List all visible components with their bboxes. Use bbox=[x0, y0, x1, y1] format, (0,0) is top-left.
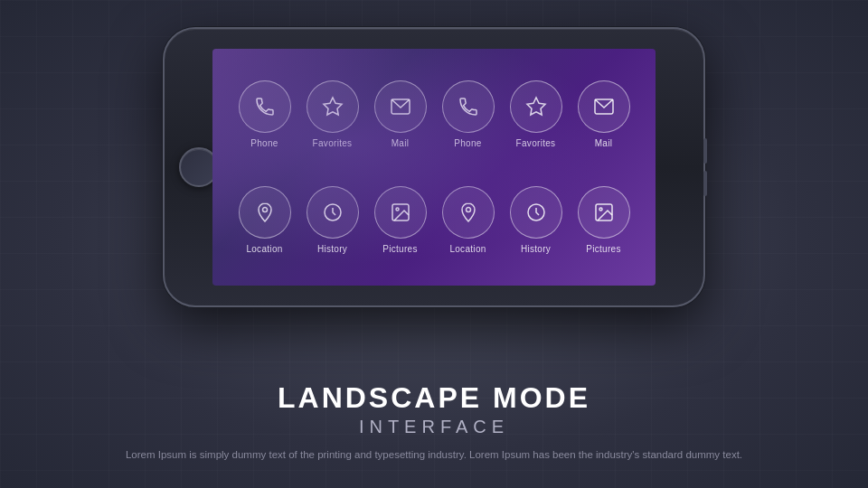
pictures-icon-1 bbox=[390, 202, 411, 223]
phone-body: Phone Favorites bbox=[163, 27, 705, 307]
side-btn-2 bbox=[703, 171, 707, 196]
app-label-history-2: History bbox=[521, 244, 551, 254]
svg-marker-2 bbox=[527, 98, 545, 115]
svg-point-8 bbox=[466, 208, 470, 212]
svg-point-11 bbox=[599, 208, 602, 211]
phone-mockup: Phone Favorites bbox=[163, 27, 705, 307]
description-text: Lorem Ipsum is simply dummy text of the … bbox=[118, 446, 750, 463]
app-phone-1[interactable]: Phone bbox=[239, 80, 291, 148]
sub-title: INTERFACE bbox=[54, 417, 814, 437]
app-pictures-2[interactable]: Pictures bbox=[578, 186, 630, 254]
icon-row-1: Phone Favorites bbox=[231, 80, 637, 148]
mail-icon-2 bbox=[593, 96, 615, 117]
app-location-1[interactable]: Location bbox=[239, 186, 291, 254]
phone-icon-2 bbox=[458, 96, 479, 117]
icon-circle-location-1 bbox=[239, 186, 291, 239]
side-buttons bbox=[703, 138, 707, 196]
app-label-location-1: Location bbox=[246, 244, 282, 254]
main-title: LANDSCAPE MODE bbox=[54, 382, 814, 414]
app-favorites-2[interactable]: Favorites bbox=[510, 80, 562, 148]
history-icon-1 bbox=[322, 202, 344, 223]
phone-icon-1 bbox=[254, 96, 276, 117]
svg-point-7 bbox=[396, 208, 399, 211]
app-favorites-1[interactable]: Favorites bbox=[307, 80, 359, 148]
icon-circle-history-2 bbox=[510, 186, 562, 239]
app-label-location-2: Location bbox=[449, 244, 486, 254]
app-phone-2[interactable]: Phone bbox=[442, 80, 495, 148]
app-label-favorites-2: Favorites bbox=[516, 138, 556, 148]
app-label-mail-2: Mail bbox=[595, 138, 613, 148]
location-icon-1 bbox=[254, 202, 276, 223]
app-history-1[interactable]: History bbox=[307, 186, 359, 254]
app-mail-1[interactable]: Mail bbox=[374, 80, 427, 148]
app-label-mail-1: Mail bbox=[392, 138, 410, 148]
icon-circle-phone-2 bbox=[442, 80, 495, 133]
pictures-icon-2 bbox=[593, 202, 615, 223]
app-mail-2[interactable]: Mail bbox=[578, 80, 630, 148]
app-label-favorites-1: Favorites bbox=[313, 138, 353, 148]
icon-circle-history-1 bbox=[307, 186, 359, 239]
app-pictures-1[interactable]: Pictures bbox=[374, 186, 427, 254]
icon-circle-mail-1 bbox=[374, 80, 427, 133]
app-history-2[interactable]: History bbox=[510, 186, 562, 254]
side-btn-1 bbox=[703, 138, 707, 164]
app-label-phone-1: Phone bbox=[250, 138, 278, 148]
star-icon-2 bbox=[525, 96, 547, 117]
icon-circle-location-2 bbox=[442, 186, 495, 239]
icon-circle-pictures-2 bbox=[578, 186, 630, 239]
mail-icon-1 bbox=[390, 96, 411, 117]
app-label-history-1: History bbox=[317, 244, 347, 254]
icon-circle-favorites-2 bbox=[510, 80, 562, 133]
icon-circle-mail-2 bbox=[578, 80, 630, 133]
app-label-phone-2: Phone bbox=[454, 138, 481, 148]
app-location-2[interactable]: Location bbox=[442, 186, 495, 254]
icon-circle-phone-1 bbox=[239, 80, 291, 133]
icon-row-2: Location History bbox=[231, 186, 637, 254]
app-label-pictures-1: Pictures bbox=[382, 244, 418, 254]
svg-point-4 bbox=[262, 208, 267, 212]
history-icon-2 bbox=[525, 202, 547, 223]
icon-circle-favorites-1 bbox=[307, 80, 359, 133]
location-icon-2 bbox=[458, 202, 479, 223]
bottom-section: LANDSCAPE MODE INTERFACE Lorem Ipsum is … bbox=[0, 382, 868, 463]
icon-circle-pictures-1 bbox=[374, 186, 427, 239]
svg-marker-0 bbox=[324, 98, 342, 115]
star-icon-1 bbox=[322, 96, 344, 117]
phone-screen: Phone Favorites bbox=[212, 49, 656, 286]
app-label-pictures-2: Pictures bbox=[586, 244, 621, 254]
